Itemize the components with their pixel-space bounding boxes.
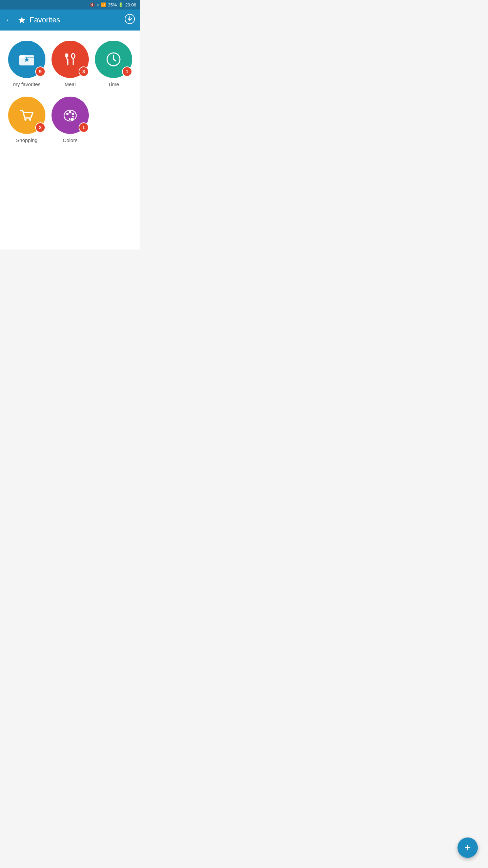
mute-icon: 🔇 — [90, 2, 95, 7]
meal-wrapper: 3 — [52, 41, 89, 78]
category-shopping[interactable]: 2 Shopping — [7, 97, 47, 143]
my-favorites-wrapper: 9 — [8, 41, 45, 78]
svg-point-7 — [29, 119, 31, 121]
category-meal[interactable]: 3 Meal — [50, 41, 90, 87]
meal-icon — [61, 51, 79, 68]
empty-cell — [94, 97, 134, 143]
meal-label: Meal — [65, 81, 76, 87]
favorites-grid-row1: 9 my favorites — [7, 41, 134, 87]
svg-point-15 — [70, 118, 74, 121]
colors-badge: 1 — [79, 122, 89, 133]
time-wrapper: 1 — [95, 41, 132, 78]
app-bar: ← ★ Favorites — [0, 9, 140, 31]
app-bar-left: ← ★ Favorites — [5, 15, 60, 26]
svg-point-11 — [72, 113, 74, 115]
clock-icon — [105, 51, 122, 68]
svg-point-4 — [72, 54, 75, 58]
battery-icon: 🔋 — [118, 2, 123, 7]
battery-percent: 35% — [108, 2, 117, 7]
category-time[interactable]: 1 Time — [94, 41, 134, 87]
time-label: Time — [108, 81, 119, 87]
svg-point-10 — [69, 111, 72, 114]
main-content: 9 my favorites — [0, 31, 140, 250]
shopping-label: Shopping — [16, 137, 37, 143]
signal-icon: 📶 — [101, 2, 106, 7]
colors-wrapper: 1 — [52, 97, 89, 134]
category-colors[interactable]: 1 Colors — [50, 97, 90, 143]
svg-rect-2 — [19, 55, 25, 58]
time-display: 20:08 — [125, 2, 136, 7]
download-button[interactable] — [125, 14, 135, 26]
cart-icon — [18, 106, 36, 124]
my-favorites-badge: 9 — [35, 66, 45, 77]
status-icons: 🔇 ⊕ 📶 35% 🔋 20:08 — [90, 2, 136, 7]
page-title: Favorites — [29, 16, 60, 24]
svg-point-9 — [66, 113, 69, 115]
palette-icon — [61, 106, 79, 124]
shopping-wrapper: 2 — [8, 97, 45, 134]
category-my-favorites[interactable]: 9 my favorites — [7, 41, 47, 87]
my-favorites-label: my favorites — [13, 81, 41, 87]
colors-label: Colors — [63, 137, 77, 143]
shopping-badge: 2 — [35, 122, 45, 133]
app-bar-title-group: ★ Favorites — [18, 15, 60, 26]
back-button[interactable]: ← — [5, 16, 13, 24]
meal-badge: 3 — [79, 66, 89, 77]
folder-star-icon — [18, 51, 36, 68]
svg-point-6 — [24, 119, 26, 121]
time-badge: 1 — [122, 66, 132, 77]
cast-icon: ⊕ — [97, 3, 99, 7]
favorites-star-icon: ★ — [18, 15, 26, 26]
status-bar: 🔇 ⊕ 📶 35% 🔋 20:08 — [0, 0, 140, 9]
favorites-grid-row2: 2 Shopping — [7, 97, 134, 143]
